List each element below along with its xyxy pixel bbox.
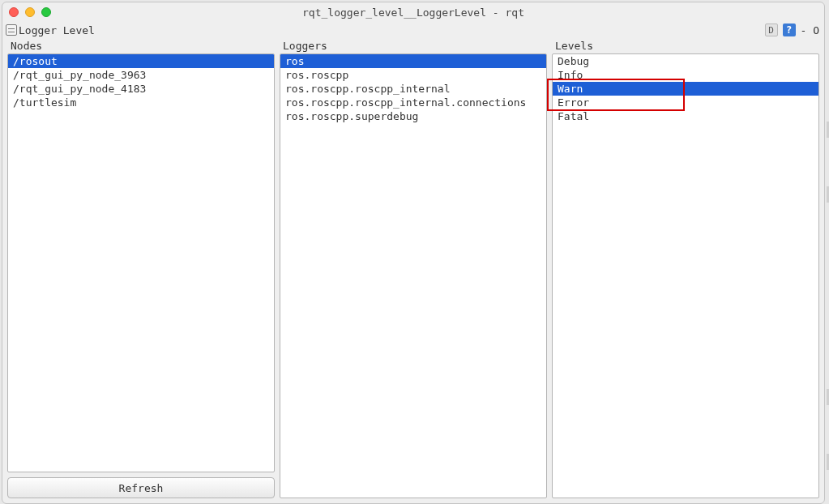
loggers-list-item[interactable]: ros.roscpp.roscpp_internal.connections — [280, 96, 546, 109]
levels-list-item[interactable]: Warn — [553, 82, 818, 96]
window-controls — [9, 7, 51, 17]
dock-button[interactable]: D — [765, 23, 778, 36]
titlebar: rqt_logger_level__LoggerLevel - rqt — [2, 2, 824, 22]
help-button[interactable]: ? — [783, 23, 796, 36]
nodes-list-item[interactable]: /turtlesim — [8, 96, 274, 109]
toolbar-trail: - O — [801, 24, 819, 36]
loggers-list-item[interactable]: ros.roscpp — [280, 68, 546, 82]
loggers-list-item[interactable]: ros.roscpp.superdebug — [280, 109, 546, 123]
window-title: rqt_logger_level__LoggerLevel - rqt — [2, 6, 824, 19]
maximize-icon[interactable] — [41, 7, 51, 17]
loggers-column: Loggers rosros.roscppros.roscpp.roscpp_i… — [280, 40, 547, 498]
plugin-icon — [6, 24, 17, 36]
minimize-icon[interactable] — [25, 7, 35, 17]
loggers-label: Loggers — [280, 40, 547, 53]
loggers-list-item[interactable]: ros.roscpp.roscpp_internal — [280, 82, 546, 96]
toolbar-label: Logger Level — [19, 24, 95, 36]
nodes-label: Nodes — [7, 40, 275, 53]
nodes-list-item[interactable]: /rqt_gui_py_node_3963 — [8, 68, 274, 82]
toolbar: Logger Level D ? - O — [2, 22, 824, 40]
levels-list-item[interactable]: Fatal — [553, 109, 818, 123]
toolbar-right: D ? - O — [765, 23, 819, 36]
loggers-list-item[interactable]: ros — [280, 54, 546, 68]
levels-list[interactable]: DebugInfoWarnErrorFatal — [552, 53, 819, 498]
nodes-list-item[interactable]: /rosout — [8, 54, 274, 68]
refresh-button[interactable]: Refresh — [7, 477, 275, 498]
nodes-list[interactable]: /rosout/rqt_gui_py_node_3963/rqt_gui_py_… — [7, 53, 275, 472]
nodes-column: Nodes /rosout/rqt_gui_py_node_3963/rqt_g… — [7, 40, 275, 498]
levels-column: Levels DebugInfoWarnErrorFatal — [552, 40, 819, 498]
main-window: rqt_logger_level__LoggerLevel - rqt Logg… — [2, 2, 825, 504]
loggers-list[interactable]: rosros.roscppros.roscpp.roscpp_internalr… — [280, 53, 547, 498]
content: Nodes /rosout/rqt_gui_py_node_3963/rqt_g… — [2, 40, 824, 503]
nodes-list-item[interactable]: /rqt_gui_py_node_4183 — [8, 82, 274, 96]
levels-list-item[interactable]: Debug — [553, 54, 818, 68]
levels-list-item[interactable]: Info — [553, 68, 818, 82]
close-icon[interactable] — [9, 7, 19, 17]
levels-label: Levels — [552, 40, 819, 53]
levels-list-item[interactable]: Error — [553, 96, 818, 109]
